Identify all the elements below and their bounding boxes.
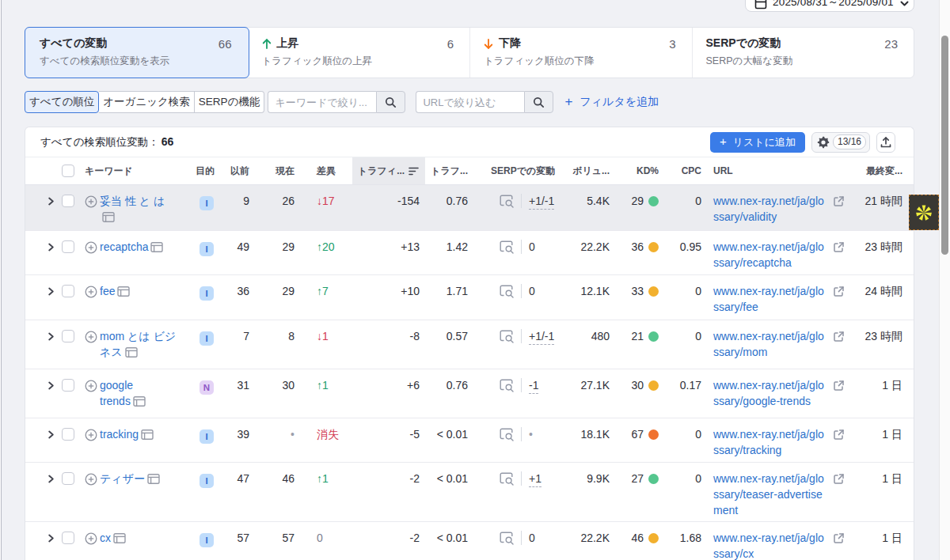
row-checkbox[interactable] xyxy=(62,379,74,392)
column-header-url[interactable]: URL xyxy=(703,157,857,184)
keyword-link[interactable]: 妥当 性 と は xyxy=(100,193,180,227)
url-link[interactable]: www.nex-ray.net/ja/glossary/validity xyxy=(713,193,829,225)
serp-snapshot-icon[interactable] xyxy=(500,240,515,254)
url-link[interactable]: www.nex-ray.net/ja/glossary/cx xyxy=(713,530,829,560)
column-header-volume[interactable]: ボリュ... xyxy=(572,157,611,184)
scrollbar-thumb[interactable] xyxy=(941,36,948,255)
expand-chevron-icon[interactable] xyxy=(47,534,55,543)
serp-change-value[interactable]: -1 xyxy=(529,377,538,394)
column-header-diff[interactable]: 差異 xyxy=(296,157,352,184)
url-link[interactable]: www.nex-ray.net/ja/glossary/google-trend… xyxy=(713,377,829,409)
add-keyword-icon[interactable] xyxy=(85,429,97,445)
expand-chevron-icon[interactable] xyxy=(47,243,55,252)
row-checkbox[interactable] xyxy=(62,532,74,544)
url-link[interactable]: www.nex-ray.net/ja/glossary/mom xyxy=(713,328,829,360)
add-keyword-icon[interactable] xyxy=(85,532,97,549)
tab-all-positions[interactable]: すべての順位 xyxy=(25,91,99,113)
external-link-icon[interactable] xyxy=(833,473,845,489)
export-button[interactable] xyxy=(876,132,895,153)
row-checkbox[interactable] xyxy=(62,428,74,441)
expand-chevron-icon[interactable] xyxy=(47,197,55,206)
serp-snapshot-doc-icon[interactable] xyxy=(141,429,154,445)
keyword-link[interactable]: recaptcha xyxy=(100,239,163,257)
add-keyword-icon[interactable] xyxy=(85,473,97,490)
serp-snapshot-doc-icon[interactable] xyxy=(113,532,126,548)
expand-chevron-icon[interactable] xyxy=(47,381,55,390)
serp-change-value[interactable]: +1/-1 xyxy=(529,328,554,345)
keyword-link[interactable]: fee xyxy=(100,283,130,301)
serp-snapshot-icon[interactable] xyxy=(500,379,515,392)
card-declined[interactable]: 下降 3 トラフィック順位の下降 xyxy=(469,28,692,78)
add-keyword-icon[interactable] xyxy=(85,241,97,258)
column-header-traffic[interactable]: トラフィ... xyxy=(352,157,425,184)
column-header-intent[interactable]: 目的 xyxy=(193,157,223,184)
card-improved[interactable]: 上昇 6 トラフィック順位の上昇 xyxy=(249,28,470,78)
external-link-icon[interactable] xyxy=(833,195,845,211)
serp-snapshot-icon[interactable] xyxy=(500,195,515,208)
add-to-list-button[interactable]: + リストに追加 xyxy=(710,132,805,153)
serp-snapshot-doc-icon[interactable] xyxy=(117,286,130,301)
scrollbar-track[interactable] xyxy=(939,0,950,560)
column-header-traffic-pct[interactable]: トラフ... xyxy=(425,157,470,184)
url-link[interactable]: www.nex-ray.net/ja/glossary/tracking xyxy=(713,426,829,458)
serp-snapshot-doc-icon[interactable] xyxy=(147,473,160,489)
add-keyword-icon[interactable] xyxy=(85,331,97,347)
tab-organic-search[interactable]: オーガニック検索 xyxy=(99,91,195,113)
external-link-icon[interactable] xyxy=(833,380,845,395)
url-link[interactable]: www.nex-ray.net/ja/glossary/recaptcha xyxy=(713,239,829,271)
manage-columns-button[interactable]: 13/16 xyxy=(811,132,870,153)
expand-chevron-icon[interactable] xyxy=(47,475,55,483)
row-checkbox[interactable] xyxy=(62,195,74,207)
external-link-icon[interactable] xyxy=(833,429,845,445)
external-link-icon[interactable] xyxy=(833,241,845,257)
external-link-icon[interactable] xyxy=(833,532,845,548)
extension-overlay-button[interactable] xyxy=(909,195,939,230)
row-checkbox[interactable] xyxy=(62,285,74,297)
column-header-current[interactable]: 現在 xyxy=(251,157,296,184)
add-keyword-icon[interactable] xyxy=(85,195,97,212)
add-keyword-icon[interactable] xyxy=(85,380,97,396)
select-all-checkbox[interactable] xyxy=(62,165,74,177)
keyword-link[interactable]: cx xyxy=(100,530,126,548)
keyword-link[interactable]: google trends xyxy=(100,377,180,411)
column-header-previous[interactable]: 以前 xyxy=(223,157,251,184)
url-link[interactable]: www.nex-ray.net/ja/glossary/fee xyxy=(713,283,829,315)
url-filter-input[interactable] xyxy=(416,91,524,113)
serp-snapshot-doc-icon[interactable] xyxy=(125,346,138,362)
external-link-icon[interactable] xyxy=(833,286,845,301)
row-checkbox[interactable] xyxy=(62,472,74,485)
keyword-link[interactable]: tracking xyxy=(100,426,154,445)
serp-change-value[interactable]: +1/-1 xyxy=(529,193,554,210)
url-search-button[interactable] xyxy=(524,91,553,113)
serp-snapshot-icon[interactable] xyxy=(500,428,515,441)
serp-snapshot-doc-icon[interactable] xyxy=(133,395,146,411)
url-link[interactable]: www.nex-ray.net/ja/glossary/teaser-adver… xyxy=(713,471,829,518)
keyword-link[interactable]: ティザー xyxy=(100,471,160,489)
row-checkbox[interactable] xyxy=(62,330,74,342)
keyword-filter-input[interactable] xyxy=(268,91,376,113)
serp-snapshot-icon[interactable] xyxy=(500,330,515,343)
column-header-serp-changes[interactable]: SERPでの変動 xyxy=(470,157,572,184)
expand-chevron-icon[interactable] xyxy=(47,332,55,341)
expand-chevron-icon[interactable] xyxy=(47,430,55,439)
date-range-picker[interactable]: 2025/08/31～2025/09/01 xyxy=(745,0,914,12)
serp-snapshot-icon[interactable] xyxy=(500,532,515,545)
add-keyword-icon[interactable] xyxy=(85,286,97,302)
add-filter-button[interactable]: + フィルタを追加 xyxy=(564,91,659,113)
serp-snapshot-doc-icon[interactable] xyxy=(102,211,115,227)
row-checkbox[interactable] xyxy=(62,240,74,253)
column-header-last-update[interactable]: 最終変... xyxy=(857,157,914,184)
column-header-kd[interactable]: KD% xyxy=(611,157,660,184)
expand-chevron-icon[interactable] xyxy=(47,287,55,296)
card-serp-changes[interactable]: SERPでの変動 23 SERPの大幅な変動 xyxy=(692,28,914,78)
serp-snapshot-icon[interactable] xyxy=(500,285,515,298)
serp-snapshot-icon[interactable] xyxy=(500,472,515,486)
external-link-icon[interactable] xyxy=(833,331,845,346)
keyword-link[interactable]: mom とは ビジネス xyxy=(100,328,180,362)
serp-change-value[interactable]: +1 xyxy=(529,471,542,487)
column-header-cpc[interactable]: CPC xyxy=(660,157,703,184)
card-all-changes[interactable]: すべての変動 66 すべての検索順位変動を表示 xyxy=(25,27,249,78)
serp-snapshot-doc-icon[interactable] xyxy=(150,241,163,257)
column-header-keyword[interactable]: キーワード xyxy=(81,157,193,184)
keyword-search-button[interactable] xyxy=(376,91,405,113)
